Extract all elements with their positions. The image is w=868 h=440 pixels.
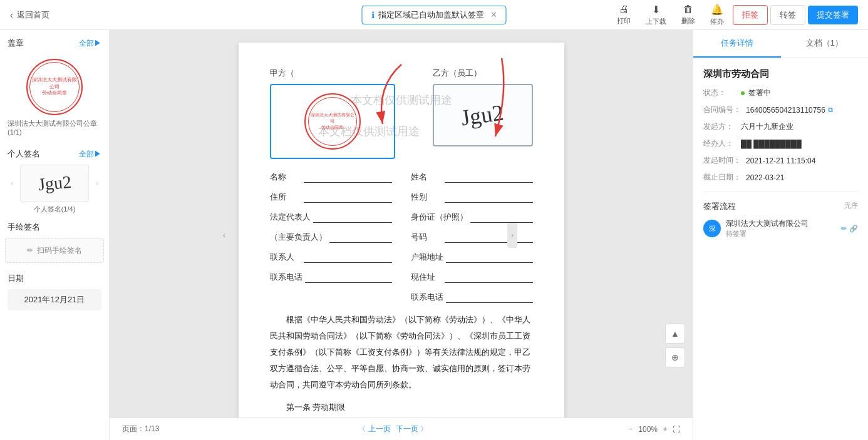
back-arrow-icon: ‹ [10,10,13,20]
form-label-huji: 户籍地址 [411,252,443,263]
carousel-next-icon[interactable]: › [91,178,103,189]
form-label-current-addr: 现住址 [411,272,442,283]
status-row: 状态： 签署中 [703,88,858,98]
zoom-out-button[interactable]: － [627,424,634,434]
personal-all-link[interactable]: 全部▶ [79,149,101,160]
personal-sign-title: 个人签名 [8,148,40,160]
form-label-address: 住所 [270,192,301,203]
form-left: 名称 住所 法定代表人 （主要负责人） [270,171,392,312]
transfer-button[interactable]: 转签 [770,5,805,25]
print-button[interactable]: 🖨 打印 [611,1,637,28]
status-value: 签署中 [741,88,771,98]
toast-text: 指定区域已自动加盖默认签章 [378,9,484,21]
form-line-rep [313,222,392,223]
flow-status: 待签署 [726,229,836,238]
prev-page-button[interactable]: 〈 上一页 [358,424,390,434]
personal-sign-image[interactable]: Jgu2 [20,165,89,202]
form-area: 名称 住所 法定代表人 （主要负责人） [270,171,533,312]
scroll-down-button[interactable]: ⊕ [665,347,685,367]
stamp-inner: 深圳法大大测试有限公司劳动合同章 [308,97,357,146]
download-icon: ⬇ [652,4,660,16]
delete-label: 删除 [681,16,695,26]
delete-button[interactable]: 🗑 删除 [675,1,701,28]
carousel-prev-icon[interactable]: ‹ [6,178,18,189]
zoom-in-button[interactable]: ＋ [661,424,669,434]
toolbar-right: 🖨 打印 ⬇ 上下载 🗑 删除 🔔 催办 拒签 转签 提交签署 [611,1,858,29]
download-label: 上下载 [646,17,666,26]
flow-company-name: 深圳法大大测试有限公司 [726,218,836,229]
doc-viewer[interactable]: 本文档仅供测试用途 本文档仅供测试用途 [110,30,693,417]
reject-button[interactable]: 拒签 [733,5,768,25]
form-row-contact: 联系人 [270,252,392,263]
form-line-fullname [445,182,533,183]
manager-value: ██ █████████ [741,138,802,149]
flow-edit-button[interactable]: ✏ [841,225,847,233]
form-row-gender: 性别 [411,192,533,203]
left-sidebar: 盖章 全部▶ 深圳法大大测试有限公司劳动合同章 深圳法大大测试有限公司公章(1/… [0,30,110,440]
contract-no-text: 164005650421311075​6 [746,106,825,115]
doc-bottom-text: 第一条 劳动期限 [270,399,533,416]
party-b-section: 乙方（员工） Jgu2 [433,68,533,159]
remind-button[interactable]: 🔔 催办 [704,1,730,29]
flow-title-text: 签署流程 [703,201,736,212]
form-line-huji [446,262,533,263]
doc-paragraph: 根据《中华人民共和国劳动法》（以下简称《劳动法》）、《中华人民共和国劳动合同法》… [270,312,533,393]
initiator-row: 发起方： 六月十九新企业 [703,121,858,132]
form-row-current-addr: 现住址 [411,272,533,283]
flow-action-buttons: ✏ 🔗 [841,225,858,233]
toast-notification: ℹ 指定区域已自动加盖默认签章 ✕ [362,6,507,24]
form-label-phone: 联系电话 [270,272,302,283]
tab-task-detail[interactable]: 任务详情 [693,30,781,58]
form-line-principal [329,242,392,243]
next-page-button[interactable]: 下一页 〉 [396,424,428,434]
flow-link-button[interactable]: 🔗 [849,225,858,233]
viewer-wrapper: ‹ › 本文档仅供测试用途 本文档仅供测试用途 [110,30,693,440]
personal-sign-header: 个人签名 全部▶ [8,148,101,160]
flow-avatar: 深 [703,220,721,237]
seal-item[interactable]: 深圳法大大测试有限公司劳动合同章 深圳法大大测试有限公司公章(1/1) [5,54,104,141]
deadline-value: 2022-03-21 [746,172,784,183]
initiator-key: 发起方： [703,121,736,132]
form-line-address [304,202,392,203]
form-row-rep: 法定代表人 [270,212,392,223]
form-line-phone2 [446,302,533,303]
print-label: 打印 [617,16,631,26]
collapse-right-button[interactable]: › [507,223,517,248]
flow-title-row: 签署流程 无序 [703,201,858,212]
scroll-buttons: ▲ ⊕ [665,324,685,367]
form-line-phone [305,282,392,283]
form-line-name [304,182,392,183]
collapse-left-button[interactable]: ‹ [219,223,229,248]
divider [703,192,858,192]
form-row-principal: （主要负责人） [270,232,392,243]
form-label-fullname: 姓名 [411,171,442,183]
fit-page-button[interactable]: ⛶ [673,425,680,434]
flow-item: 深 深圳法大大测试有限公司 待签署 ✏ 🔗 [703,218,858,238]
form-label-contact: 联系人 [270,252,301,263]
flow-info: 深圳法大大测试有限公司 待签署 [726,218,836,238]
seal-all-link[interactable]: 全部▶ [79,38,101,49]
submit-button[interactable]: 提交签署 [808,6,858,24]
party-a-label: 甲方（ [270,68,294,79]
handwrite-title: 手绘签名 [5,222,104,233]
toolbar: ‹ 返回首页 ℹ 指定区域已自动加盖默认签章 ✕ 🖨 打印 ⬇ 上下载 🗑 删除… [0,0,868,30]
tab-document[interactable]: 文档（1） [781,30,869,58]
form-row-huji: 户籍地址 [411,252,533,263]
download-button[interactable]: ⬇ 上下载 [639,1,673,29]
start-time-row: 发起时间： 2021-12-21 11:15:04 [703,155,858,166]
seal-section-title: 盖章 [8,38,24,49]
copy-icon[interactable]: ⧉ [828,106,833,114]
remind-icon: 🔔 [711,4,723,16]
scroll-up-button[interactable]: ▲ [665,324,685,344]
back-button[interactable]: ‹ 返回首页 [10,9,49,21]
date-value: 2021年12月21日 [8,289,101,310]
form-line-idno [445,242,533,243]
doc-bottom-bar: 页面：1/13 〈 上一页 下一页 〉 － 100% ＋ ⛶ [110,417,693,440]
deadline-row: 截止日期： 2022-03-21 [703,172,858,183]
right-content: 深圳市劳动合同 状态： 签署中 合同编号： 164005650421311075… [693,58,868,253]
toast-close-icon[interactable]: ✕ [490,10,497,19]
form-row-id: 身份证（护照） [411,212,533,223]
form-row-address: 住所 [270,192,392,203]
form-line-current-addr [445,282,533,283]
scan-btn[interactable]: ✏ 扫码手绘签名 [5,238,104,263]
